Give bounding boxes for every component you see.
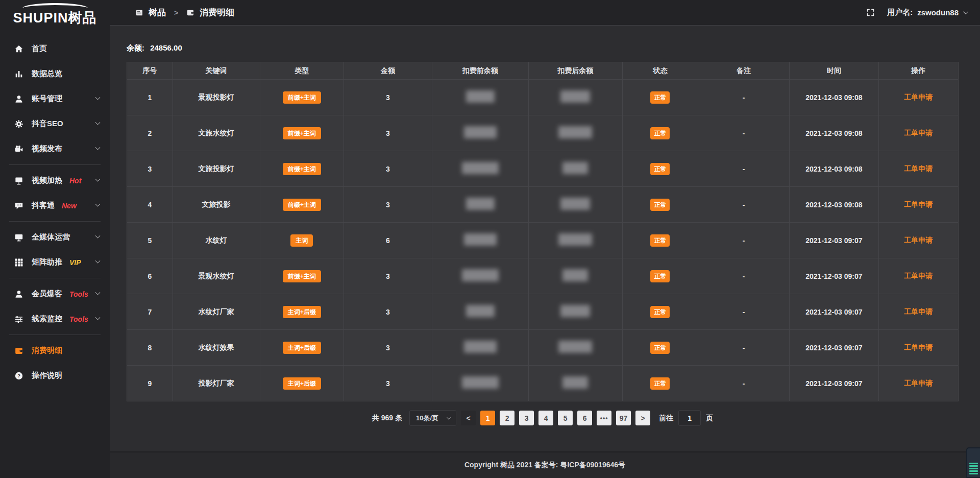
widget-stripe [969,463,978,464]
cell-status: 正常 [622,330,698,366]
balance-value: 24856.00 [150,43,182,52]
cell-pre-balance [432,258,528,294]
work-order-link[interactable]: 工单申请 [904,164,933,173]
cell-index: 4 [127,187,173,223]
work-order-link[interactable]: 工单申请 [904,93,933,101]
cell-type: 主词+后缀 [260,294,344,330]
cell-post-balance [528,294,622,330]
censored-value [466,198,495,210]
type-badge: 前缀+主词 [283,91,321,104]
table-body: 1景观投影灯前缀+主词3正常-2021-12-03 09:08工单申请2文旅水纹… [127,80,959,401]
sidebar-item-douketong[interactable]: 抖客通New [0,193,110,218]
sidebar-item-lead-monitor[interactable]: 线索监控Tools [0,306,110,331]
page-button-3[interactable]: 3 [519,411,534,425]
wallet-icon [186,9,194,17]
type-badge: 主词 [290,234,313,247]
type-badge: 主词+后缀 [283,377,321,390]
brand-logo: SHUPIN树品 [0,0,110,29]
sidebar-item-media-operation[interactable]: 全媒体运营 [0,225,110,250]
cell-type: 前缀+主词 [260,80,344,115]
sidebar-item-video-heat[interactable]: 视频加热Hot [0,168,110,193]
question-icon: ? [14,371,24,381]
username-label: 用户名: [887,8,913,17]
status-badge: 正常 [650,342,670,354]
balance-line: 余额: 24856.00 [127,43,959,53]
work-order-link[interactable]: 工单申请 [904,307,933,316]
fullscreen-icon[interactable] [866,8,875,17]
cell-type: 前缀+主词 [260,151,344,187]
cell-keyword: 水纹灯厂家 [173,294,260,330]
page-size-value: 10条/页 [416,414,438,423]
cell-time: 2021-12-03 09:07 [790,366,878,401]
member-icon [14,289,24,299]
cell-amount: 3 [344,294,432,330]
sidebar-item-operation-guide[interactable]: ?操作说明 [0,363,110,388]
column-header: 扣费前余额 [432,62,528,80]
cell-time: 2021-12-03 09:08 [790,151,878,187]
cell-keyword: 文旅投影 [173,187,260,223]
censored-value [466,90,495,103]
cell-note: - [698,330,790,366]
chevron-down-icon [95,120,101,125]
censored-value [560,198,590,210]
cell-time: 2021-12-03 09:07 [790,294,878,330]
status-badge: 正常 [650,163,670,175]
censored-value [462,269,499,281]
page-button-6[interactable]: 6 [577,411,592,425]
goto-unit: 页 [706,414,713,423]
cell-pre-balance [432,115,528,151]
sidebar-item-label: 首页 [32,44,47,54]
cell-amount: 3 [344,151,432,187]
cell-status: 正常 [622,223,698,258]
status-badge: 正常 [650,127,670,139]
work-order-link[interactable]: 工单申请 [904,379,933,387]
work-order-link[interactable]: 工单申请 [904,272,933,280]
sidebar-item-data-overview[interactable]: 数据总览 [0,61,110,86]
censored-value [558,341,592,353]
sidebar-item-matrix-boost[interactable]: 矩阵助推VIP [0,250,110,275]
page-button-97[interactable]: 97 [616,411,631,425]
sidebar-item-tag: New [62,202,77,210]
sidebar-item-video-publish[interactable]: 视频发布 [0,136,110,161]
pagination: 共 969 条 10条/页 < 123456•••97 > 前往 页 [127,410,959,426]
cell-index: 5 [127,223,173,258]
cell-type: 主词+后缀 [260,366,344,401]
goto-page-input[interactable] [678,410,701,426]
more-pages-button[interactable]: ••• [597,411,611,425]
sidebar-item-account-manage[interactable]: 账号管理 [0,86,110,111]
work-order-link[interactable]: 工单申请 [904,343,933,351]
next-page-button[interactable]: > [635,411,650,425]
cell-index: 2 [127,115,173,151]
screen-icon [14,176,24,186]
cell-amount: 3 [344,187,432,223]
user-icon [14,94,24,104]
cell-note: - [698,187,790,223]
type-badge: 主词+后缀 [283,342,321,354]
cell-time: 2021-12-03 09:07 [790,330,878,366]
sidebar-item-home[interactable]: 首页 [0,36,110,61]
work-order-link[interactable]: 工单申请 [904,200,933,208]
cell-pre-balance [432,294,528,330]
page-size-select[interactable]: 10条/页 [409,410,456,426]
cell-action: 工单申请 [878,366,958,401]
work-order-link[interactable]: 工单申请 [904,129,933,137]
work-order-link[interactable]: 工单申请 [904,236,933,244]
cell-note: - [698,115,790,151]
censored-value [466,305,495,317]
breadcrumb-home[interactable]: 树品 [149,7,166,18]
user-dropdown[interactable]: 用户名: zswodun88 [887,8,967,17]
sidebar-item-douyin-seo[interactable]: 抖音SEO [0,111,110,136]
page-button-2[interactable]: 2 [500,411,514,425]
cell-status: 正常 [622,151,698,187]
page-button-5[interactable]: 5 [558,411,573,425]
column-header: 类型 [260,62,344,80]
cell-action: 工单申请 [878,187,958,223]
sidebar-item-member-burst[interactable]: 会员爆客Tools [0,281,110,306]
prev-page-button[interactable]: < [461,411,476,425]
page-button-4[interactable]: 4 [538,411,553,425]
page-button-1[interactable]: 1 [480,411,495,425]
column-header: 扣费后余额 [528,62,622,80]
cell-keyword: 水纹灯 [173,223,260,258]
floating-widget[interactable] [966,447,980,478]
sidebar-item-consume-detail[interactable]: 消费明细 [0,338,110,363]
